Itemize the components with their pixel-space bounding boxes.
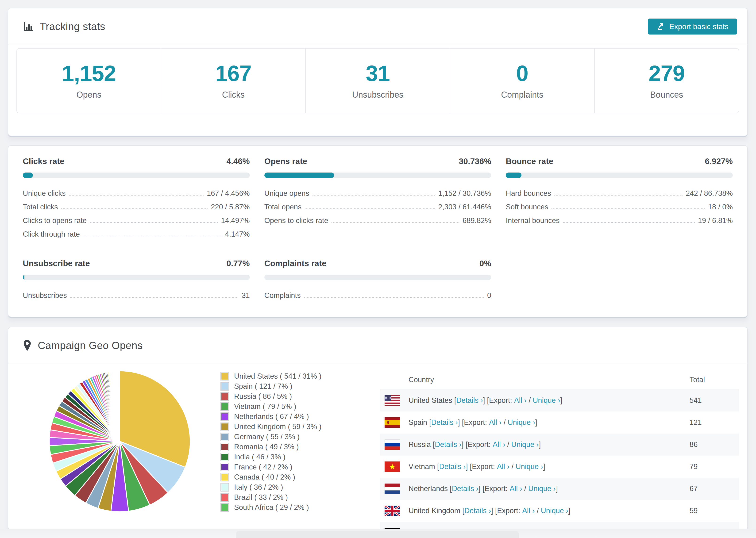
rate-row-label: Opens to clicks rate (264, 216, 328, 225)
export-unique-link[interactable]: Unique › (515, 462, 543, 471)
legend-label: Italy ( 36 / 2% ) (234, 483, 283, 492)
details-link[interactable]: Details › (452, 484, 478, 493)
summary-label: Clicks (222, 90, 244, 100)
legend-label: United Kingdom ( 59 / 3% ) (234, 422, 321, 431)
export-basic-stats-button[interactable]: Export basic stats (648, 19, 737, 34)
rate-row: Clicks to opens rate14.497% (23, 211, 250, 225)
rate-block-complaints-rate: Complaints rate0%Complaints0 (264, 259, 491, 300)
export-icon (657, 22, 665, 31)
rate-progress-bar (264, 275, 491, 280)
legend-item: India ( 46 / 3% ) (220, 452, 374, 462)
export-unique-link[interactable]: Unique › (528, 484, 556, 493)
rate-value: 30.736% (459, 157, 491, 166)
export-all-link[interactable]: All › (489, 418, 502, 427)
legend-label: Spain ( 121 / 7% ) (234, 382, 292, 391)
legend-item: Netherlands ( 67 / 4% ) (220, 411, 374, 422)
bracket: [ (427, 418, 431, 427)
legend-swatch (220, 483, 229, 492)
export-all-link[interactable]: All › (493, 440, 505, 449)
export-all-link[interactable]: All › (514, 396, 527, 405)
bar-chart-icon (23, 21, 33, 32)
legend-item: Spain ( 121 / 7% ) (220, 381, 374, 391)
summary-label: Opens (77, 90, 101, 100)
geo-table-header: Country Total (380, 371, 739, 389)
legend-label: Russia ( 86 / 5% ) (234, 392, 292, 401)
rate-row-value: 689.82% (462, 216, 491, 225)
legend-item: Romania ( 49 / 3% ) (220, 442, 374, 452)
export-unique-link[interactable]: Unique › (533, 396, 560, 405)
details-link[interactable]: Details › (439, 462, 466, 471)
dotted-leader (332, 222, 459, 223)
rate-title: Clicks rate (23, 157, 64, 166)
dotted-leader (83, 236, 222, 237)
dotted-leader (312, 195, 435, 195)
legend-label: South Africa ( 29 / 2% ) (234, 503, 309, 512)
country-name: United Kingdom (408, 507, 460, 515)
summary-value: 167 (215, 61, 251, 86)
details-link[interactable]: Details › (431, 418, 458, 427)
us-flag-icon (385, 395, 400, 405)
summary-label: Complaints (501, 90, 543, 100)
export-unique-link[interactable]: Unique › (512, 440, 539, 449)
rate-progress-bar (23, 173, 250, 178)
summary-stat-bounces: 279Bounces (594, 49, 739, 113)
geo-table-row: Vietnam [Details ›] [Export: All › / Uni… (380, 456, 739, 478)
bracket: ] (483, 396, 487, 405)
legend-swatch (220, 503, 229, 512)
bracket: [ (460, 507, 464, 515)
legend-label: United States ( 541 / 31% ) (234, 372, 321, 381)
bracket: ] (491, 507, 495, 515)
total-cell: 67 (689, 484, 739, 493)
rate-row-label: Unique clicks (23, 189, 66, 198)
details-link[interactable]: Details › (464, 507, 491, 515)
geo-table: Country Total United States [Details ›] … (380, 371, 739, 530)
geo-table-rows: United States [Details ›] [Export: All ›… (380, 389, 739, 530)
export-button-label: Export basic stats (669, 22, 729, 31)
footer-bar (236, 531, 519, 538)
location-pin-icon (23, 340, 32, 351)
geo-table-row: Germany [Details ›] [Export: All › / Uni… (380, 522, 739, 530)
legend-item: Canada ( 40 / 2% ) (220, 472, 374, 482)
summary-stat-unsubscribes: 31Unsubscribes (305, 49, 450, 113)
export-unique-link[interactable]: Unique › (541, 507, 568, 515)
rate-progress-bar (23, 275, 250, 280)
rate-row-value: 4.147% (225, 230, 250, 239)
country-cell: Spain [Details ›] [Export: All › / Uniqu… (380, 417, 689, 428)
bracket: ] (556, 484, 558, 493)
legend-label: Brazil ( 33 / 2% ) (234, 493, 288, 502)
rate-row-label: Unsubscribes (23, 291, 67, 300)
rate-progress-fill (23, 173, 33, 178)
rate-value: 6.927% (705, 157, 733, 166)
geo-table-row: Russia [Details ›] [Export: All › / Uniq… (380, 434, 739, 456)
total-column-header: Total (689, 376, 739, 384)
details-link[interactable]: Details › (435, 440, 461, 449)
export-all-link[interactable]: All › (510, 484, 522, 493)
slash-separator: / (502, 418, 508, 427)
summary-label: Bounces (650, 90, 683, 100)
bracket: ] (568, 507, 570, 515)
legend-label: France ( 42 / 2% ) (234, 463, 292, 471)
export-all-link[interactable]: All › (497, 462, 510, 471)
export-all-link[interactable]: All › (522, 507, 535, 515)
dotted-leader (304, 297, 484, 297)
details-link[interactable]: Details › (456, 396, 483, 405)
geo-pie-chart (46, 367, 194, 515)
country-cell: Netherlands [Details ›] [Export: All › /… (380, 484, 689, 494)
geo-table-row: United States [Details ›] [Export: All ›… (380, 389, 739, 411)
vn-flag-icon (385, 461, 400, 472)
legend-swatch (220, 463, 229, 471)
summary-stat-clicks: 167Clicks (161, 49, 305, 113)
dotted-leader (563, 222, 695, 223)
rate-row: Total clicks220 / 5.87% (23, 198, 250, 211)
rate-row-label: Soft bounces (506, 203, 548, 211)
rate-block-clicks-rate: Clicks rate4.46%Unique clicks167 / 4.456… (23, 157, 250, 239)
rate-row-label: Click through rate (23, 230, 80, 239)
rate-row-value: 167 / 4.456% (207, 189, 250, 198)
bracket: [ (431, 440, 435, 449)
legend-item: United States ( 541 / 31% ) (220, 371, 374, 381)
legend-item: Germany ( 55 / 3% ) (220, 432, 374, 442)
export-unique-link[interactable]: Unique › (508, 418, 535, 427)
slash-separator: / (510, 462, 515, 471)
export-label: [Export: (482, 484, 510, 493)
legend-item: France ( 42 / 2% ) (220, 462, 374, 472)
